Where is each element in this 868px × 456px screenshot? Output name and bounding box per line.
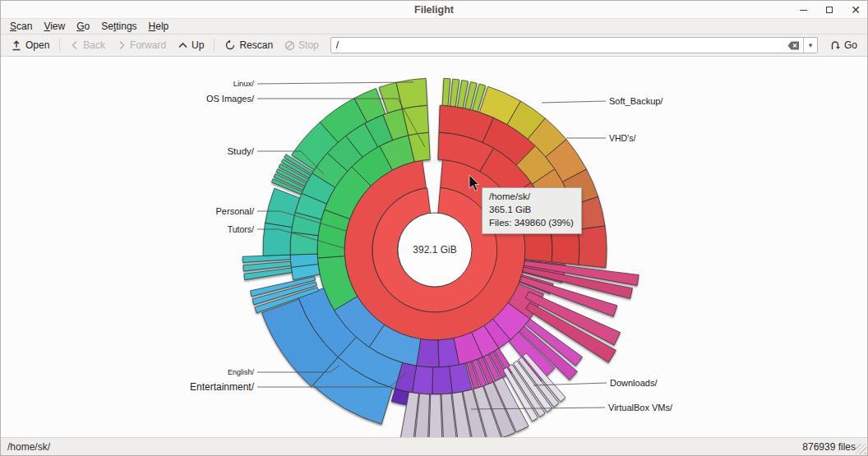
close-button[interactable]: ✕ <box>849 3 862 16</box>
directory-label: Soft_Backup/ <box>609 96 663 106</box>
directory-label: Entertainment/ <box>190 381 255 393</box>
titlebar[interactable]: Filelight ✕ <box>1 1 867 19</box>
menubar: Scan View Go Settings Help <box>1 19 867 35</box>
forward-button[interactable]: Forward <box>112 37 171 53</box>
tooltip-path: /home/sk/ <box>489 191 574 204</box>
toolbar-separator <box>214 39 215 52</box>
forward-icon <box>117 40 127 50</box>
label-leader-line <box>542 101 606 103</box>
up-button[interactable]: Up <box>173 37 209 53</box>
radial-map-view: 392.1 GiBLinux/OS Images/Study/Personal/… <box>1 57 867 437</box>
radial-map-chart: 392.1 GiBLinux/OS Images/Study/Personal/… <box>1 57 867 437</box>
filelight-window: Filelight ✕ Scan View Go Settings Help O… <box>0 0 868 456</box>
toolbar: Open Back Forward Up Rescan Stop <box>1 35 867 57</box>
label-leader-line <box>533 383 607 385</box>
stop-button[interactable]: Stop <box>279 37 324 53</box>
window-title: Filelight <box>414 4 454 16</box>
directory-label: Tutors/ <box>228 224 254 234</box>
go-button[interactable]: Go <box>824 37 862 53</box>
maximize-button[interactable] <box>823 3 836 16</box>
menu-scan[interactable]: Scan <box>4 20 38 33</box>
directory-label: OS Images/ <box>206 94 255 104</box>
directory-label: English/ <box>228 368 255 376</box>
open-button[interactable]: Open <box>6 37 54 53</box>
directory-label: VirtualBox VMs/ <box>608 403 673 412</box>
toolbar-separator <box>59 39 60 52</box>
directory-label: Downloads/ <box>610 378 658 388</box>
tooltip-size: 365.1 GiB <box>489 204 574 217</box>
minimize-icon <box>800 10 807 11</box>
minimize-button[interactable] <box>796 3 810 16</box>
location-input[interactable] <box>331 39 785 51</box>
rescan-button[interactable]: Rescan <box>219 37 278 53</box>
close-icon: ✕ <box>851 4 861 16</box>
menu-view[interactable]: View <box>38 20 71 33</box>
open-icon <box>11 39 22 51</box>
chart-segment[interactable] <box>524 229 552 262</box>
menu-go[interactable]: Go <box>71 20 95 33</box>
total-size-label: 392.1 GiB <box>413 244 456 256</box>
chart-segment[interactable] <box>429 394 443 437</box>
back-button[interactable]: Back <box>65 37 110 53</box>
tooltip-files: Files: 349860 (39%) <box>489 217 574 230</box>
directory-label: Personal/ <box>216 206 255 216</box>
status-path: /home/sk/ <box>7 441 50 453</box>
directory-label: VHD's/ <box>609 133 635 143</box>
menu-help[interactable]: Help <box>143 20 175 33</box>
window-controls: ✕ <box>796 1 862 19</box>
sunburst-segments <box>242 78 639 437</box>
stop-icon <box>284 40 295 51</box>
chart-segment[interactable] <box>290 233 318 256</box>
chart-segment[interactable] <box>578 226 607 268</box>
directory-label: Linux/ <box>233 79 255 88</box>
chart-segment[interactable] <box>442 78 450 105</box>
up-icon <box>178 40 188 50</box>
chart-segment[interactable] <box>242 255 290 262</box>
label-leader-line <box>257 82 413 84</box>
status-file-count: 876939 files <box>802 441 856 453</box>
clear-backspace-icon <box>787 41 800 50</box>
tooltip: /home/sk/ 365.1 GiB Files: 349860 (39%) <box>482 187 582 234</box>
menu-settings[interactable]: Settings <box>95 20 142 33</box>
chart-segment[interactable] <box>432 366 453 394</box>
clear-location-button[interactable] <box>785 38 803 53</box>
resize-grip[interactable] <box>856 444 866 454</box>
chart-segment[interactable] <box>263 223 292 256</box>
statusbar: /home/sk/ 876939 files <box>1 437 867 455</box>
location-bar: ▾ <box>330 37 818 53</box>
directory-label: Study/ <box>227 146 254 156</box>
location-dropdown-button[interactable]: ▾ <box>803 38 817 53</box>
maximize-icon <box>826 7 833 13</box>
go-jump-icon <box>829 39 841 51</box>
back-icon <box>70 40 80 50</box>
rescan-icon <box>224 39 236 51</box>
